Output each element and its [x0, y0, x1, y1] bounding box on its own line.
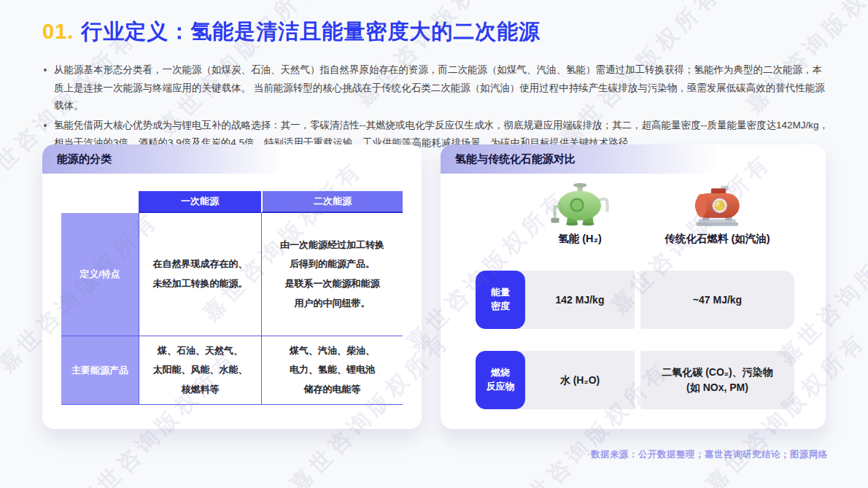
bullet-dot-icon	[44, 124, 47, 127]
hydrogen-column-header: 氢能 (H₂)	[525, 181, 635, 246]
comparison-card: 氢能与传统化石能源对比	[441, 144, 826, 429]
card-header-label: 能源的分类	[57, 152, 112, 166]
row-label-combustion-products: 燃烧 反应物	[476, 351, 525, 409]
bullet-text: 从能源基本形态分类看，一次能源（如煤炭、石油、天然气）指自然界原始存在的资源，而…	[54, 61, 829, 115]
data-source-text: 数据来源：公开数据整理；嘉世咨询研究结论；图源网络	[591, 449, 828, 460]
hydrogen-label: 氢能 (H₂)	[525, 232, 635, 246]
page-title: 01.行业定义：氢能是清洁且能量密度大的二次能源	[42, 18, 540, 47]
table-cell-primary-products: 煤、石油、天然气、 太阳能、风能、水能、 核燃料等	[139, 336, 261, 405]
comparison-row-energy-density: 能量 密度 142 MJ/kg ~47 MJ/kg	[476, 271, 794, 329]
hydrogen-tank-icon	[549, 181, 611, 229]
fossil-label: 传统化石燃料 (如汽油)	[640, 232, 794, 246]
table-cell-primary-definition: 在自然界现成存在的、 未经加工转换的能源。	[139, 213, 261, 336]
fossil-column-header: 传统化石燃料 (如汽油)	[640, 181, 794, 246]
energy-density-hydrogen-value: 142 MJ/kg	[515, 271, 635, 329]
column-header-primary-energy: 一次能源	[139, 191, 261, 213]
combustion-hydrogen-value: 水 (H₂O)	[515, 351, 635, 409]
combustion-fossil-value: 二氧化碳 (CO₂)、污染物 (如 NOx, PM)	[640, 351, 794, 409]
row-label-energy-density: 能量 密度	[476, 271, 525, 329]
row-header-products: 主要能源产品	[61, 336, 139, 405]
table-cell-secondary-products: 煤气、汽油、柴油、 电力、氢能、锂电池 储存的电能等	[261, 336, 403, 405]
table-cell-secondary-definition: 由一次能源经过加工转换 后得到的能源产品。 是联系一次能源和能源 用户的中间纽带…	[261, 213, 403, 336]
bullet-item: 从能源基本形态分类看，一次能源（如煤炭、石油、天然气）指自然界原始存在的资源，而…	[42, 61, 829, 115]
bullet-dot-icon	[44, 69, 47, 71]
energy-table: 一次能源 二次能源 定义/特点 在自然界现成存在的、 未经加工转换的能源。 由一…	[61, 191, 403, 405]
table-corner-cell	[61, 191, 139, 213]
energy-density-fossil-value: ~47 MJ/kg	[640, 271, 794, 329]
column-header-secondary-energy: 二次能源	[261, 191, 403, 213]
card-header: 能源的分类	[42, 144, 283, 174]
row-header-definition: 定义/特点	[61, 213, 139, 336]
intro-bullets: 从能源基本形态分类看，一次能源（如煤炭、石油、天然气）指自然界原始存在的资源，而…	[42, 61, 829, 154]
card-header: 氢能与传统化石能源对比	[441, 144, 718, 174]
card-header-label: 氢能与传统化石能源对比	[455, 152, 576, 166]
page-title-text: 行业定义：氢能是清洁且能量密度大的二次能源	[81, 20, 540, 43]
section-number: 01.	[42, 20, 74, 43]
comparison-row-combustion-products: 燃烧 反应物 水 (H₂O) 二氧化碳 (CO₂)、污染物 (如 NOx, PM…	[476, 351, 794, 409]
data-source-note: 数据来源：公开数据整理；嘉世咨询研究结论；图源网络	[591, 449, 828, 461]
slide: 嘉世咨询版权所有 嘉世咨询版权所有 嘉世咨询版权所有 嘉世咨询版权所有 嘉世咨询…	[0, 0, 868, 488]
energy-classification-card: 能源的分类 一次能源 二次能源 定义/特点 在自然界现成存在的、 未经加工转换的…	[42, 144, 422, 429]
fuel-tank-icon	[686, 181, 748, 229]
